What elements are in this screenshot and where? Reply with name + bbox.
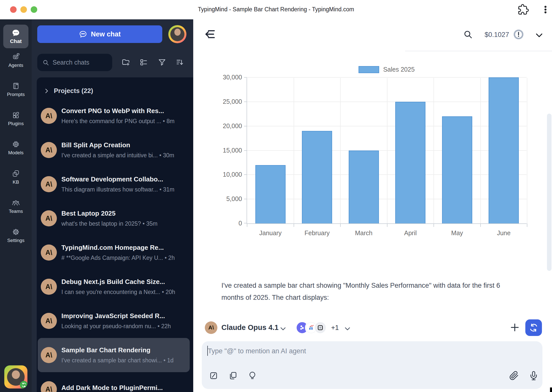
model-selector[interactable]: Claude Opus 4.1 xyxy=(221,323,279,332)
rail-item-teams[interactable]: Teams xyxy=(0,199,32,214)
message-line: I've created a sample bar chart showing … xyxy=(221,279,552,291)
chat-list-item[interactable]: A\Convert PNG to WebP with Res...Here's … xyxy=(38,99,190,133)
user-avatar[interactable] xyxy=(4,365,27,388)
microphone-icon[interactable] xyxy=(529,371,538,380)
chevron-down-icon[interactable] xyxy=(344,325,351,332)
rail-item-label: Teams xyxy=(9,209,23,214)
message-line: months of 2025. The chart displays: xyxy=(221,291,552,304)
kebab-menu-icon[interactable] xyxy=(540,4,551,15)
rail-item-kb[interactable]: KB xyxy=(0,170,32,185)
chat-list-item[interactable]: A\Add Dark Mode to PluginPermi... xyxy=(38,372,190,392)
chat-list-item[interactable]: A\Improving JavaScript Seeded R...Lookin… xyxy=(38,304,190,338)
toolbar-divider xyxy=(405,51,552,51)
search-placeholder: Search chats xyxy=(53,59,89,66)
window-title: TypingMind - Sample Bar Chart Rendering … xyxy=(0,6,552,13)
rail-item-label: Plugins xyxy=(8,121,24,126)
paperclip-icon[interactable] xyxy=(509,371,519,380)
chevron-down-icon[interactable] xyxy=(534,30,544,40)
bar-january[interactable] xyxy=(255,165,286,223)
stack-icon xyxy=(12,170,20,178)
chat-title: Software Development Collabo... xyxy=(61,175,174,183)
bulk-select-icon[interactable] xyxy=(139,58,148,67)
cost-badge[interactable]: $0.1027 xyxy=(485,31,509,39)
rail-item-settings[interactable]: Settings xyxy=(0,228,32,243)
bar-june[interactable] xyxy=(489,77,519,223)
chat-list-item[interactable]: A\Software Development Collabo...This di… xyxy=(38,167,190,201)
people-icon xyxy=(12,199,20,207)
sync-badge-icon xyxy=(20,381,27,388)
plus-icon[interactable] xyxy=(510,322,520,332)
new-folder-icon[interactable] xyxy=(122,58,130,67)
bar-april[interactable] xyxy=(395,102,425,223)
chat-preview: # **Google Ads Campaign: API Key U... • … xyxy=(61,255,175,261)
projects-header[interactable]: Projects (22) xyxy=(37,77,193,95)
scrollbar-corner xyxy=(550,387,552,392)
rail-item-agents[interactable]: Agents xyxy=(0,53,32,68)
chevron-down-icon[interactable] xyxy=(279,325,287,332)
lightbulb-icon[interactable] xyxy=(248,371,257,380)
regenerate-button[interactable] xyxy=(525,319,542,336)
anthropic-avatar: A\ xyxy=(41,347,57,363)
blocks-icon xyxy=(12,111,20,119)
chat-title: Add Dark Mode to PluginPermi... xyxy=(61,384,163,392)
chat-title: Convert PNG to WebP with Res... xyxy=(61,107,175,115)
main-pane: $0.1027 Sales 2025 05,00010,00015,00020,… xyxy=(193,19,552,392)
message-input[interactable] xyxy=(208,345,434,357)
scrollbar-thumb[interactable] xyxy=(547,114,551,271)
rail-item-plugins[interactable]: Plugins xyxy=(0,111,32,126)
chat-preview: Looking at your pseudo-random nu... • 22… xyxy=(61,323,171,330)
rail-item-prompts[interactable]: Prompts xyxy=(0,82,32,97)
y-axis-label: 0 xyxy=(202,220,242,227)
chat-preview: I can see you're encountering a Next... … xyxy=(61,289,175,296)
y-axis-label: 10,000 xyxy=(202,171,242,178)
bar-chart: 05,00010,00015,00020,00025,00030,000Janu… xyxy=(247,78,527,224)
x-axis-label: May xyxy=(434,229,481,237)
robot-icon xyxy=(12,53,20,61)
rail-item-label: Agents xyxy=(8,63,23,68)
user-avatar[interactable] xyxy=(168,25,186,43)
x-axis-label: February xyxy=(294,229,341,237)
bar-may[interactable] xyxy=(442,116,472,223)
new-chat-label: New chat xyxy=(91,30,121,38)
anthropic-avatar: A\ xyxy=(41,244,57,261)
chat-preview: what's the best laptop in 2025? • 35m xyxy=(61,220,157,227)
filter-icon[interactable] xyxy=(158,58,166,67)
new-chat-button[interactable]: New chat xyxy=(37,25,162,43)
x-axis-label: March xyxy=(340,229,387,237)
chat-preview: This diagram illustrates how softwar... … xyxy=(61,186,174,193)
chat-title: Best Laptop 2025 xyxy=(61,210,157,217)
sort-icon[interactable] xyxy=(176,58,184,67)
rail-item-label: KB xyxy=(13,179,19,185)
chat-list-item[interactable]: A\Best Laptop 2025what's the best laptop… xyxy=(38,201,190,235)
plugin-icon[interactable] xyxy=(314,321,327,334)
bar-march[interactable] xyxy=(349,151,379,224)
search-icon[interactable] xyxy=(463,29,473,39)
chat-list: Projects (22) A\Convert PNG to WebP with… xyxy=(37,77,193,392)
rail-item-label: Settings xyxy=(7,238,25,243)
x-axis-label: January xyxy=(247,229,294,237)
anthropic-avatar: A\ xyxy=(41,279,57,295)
anthropic-avatar: A\ xyxy=(205,321,217,334)
plugins-more-badge[interactable]: +1 xyxy=(331,324,339,332)
rail-item-chat[interactable]: Chat xyxy=(3,25,28,48)
chat-sidebar: New chat Search chats xyxy=(32,19,193,392)
copy-icon[interactable] xyxy=(228,371,238,380)
chat-bubble-icon xyxy=(12,29,20,37)
search-chats-input[interactable]: Search chats xyxy=(37,54,112,71)
alert-circle-icon[interactable] xyxy=(513,29,524,40)
chat-list-item[interactable]: A\TypingMind.com Homepage Re...# **Googl… xyxy=(38,235,190,270)
chat-list-item[interactable]: A\Debug Next.js Build Cache Size...I can… xyxy=(38,270,190,304)
composer xyxy=(202,341,542,389)
chat-list-item[interactable]: A\Bill Split App CreationI've created a … xyxy=(38,133,190,167)
chat-title: Debug Next.js Build Cache Size... xyxy=(61,278,175,286)
gear-icon xyxy=(12,228,20,236)
rail-item-models[interactable]: Models xyxy=(0,140,32,156)
window-titlebar: TypingMind - Sample Bar Chart Rendering … xyxy=(0,0,552,19)
edit-square-icon[interactable] xyxy=(209,371,218,380)
chart-legend[interactable]: Sales 2025 xyxy=(247,66,527,73)
chat-list-item[interactable]: A\Sample Bar Chart RenderingI've created… xyxy=(38,338,190,372)
chat-preview: I've created a sample bar chart showi...… xyxy=(61,357,174,364)
bar-february[interactable] xyxy=(302,131,332,223)
extensions-puzzle-icon[interactable] xyxy=(518,4,529,15)
collapse-sidebar-icon[interactable] xyxy=(204,28,215,40)
